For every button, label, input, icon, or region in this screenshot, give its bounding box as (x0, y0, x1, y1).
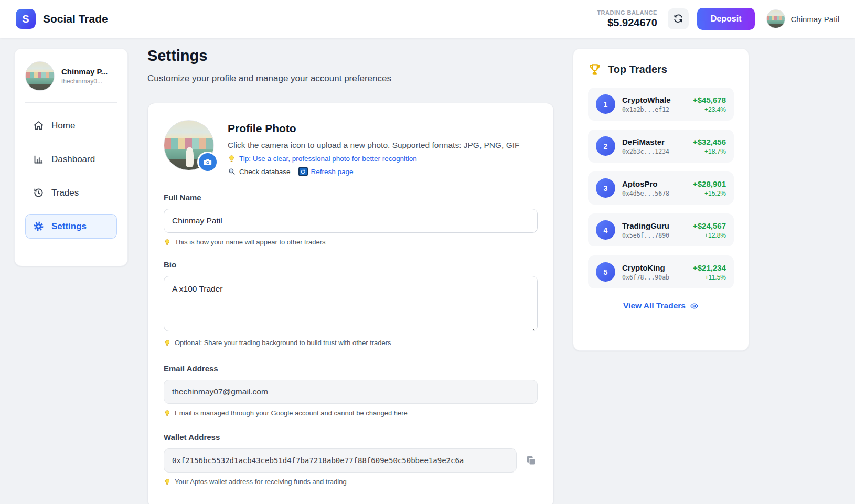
refresh-page-icon (298, 167, 308, 176)
app-title: Social Trade (43, 13, 108, 25)
header-user-name: Chinmay Patil (790, 15, 839, 24)
trader-row-2[interactable]: 2 DeFiMaster 0x2b3c...1234 +$32,456 +18.… (588, 130, 734, 163)
avatar (766, 9, 785, 28)
rank-badge: 5 (596, 262, 615, 282)
check-database-label: Check database (239, 168, 291, 176)
page-subtitle: Customize your profile and manage your a… (147, 73, 554, 84)
brand: S Social Trade (16, 9, 108, 29)
trader-percent: +12.8% (693, 232, 726, 239)
sidebar-profile: Chinmay P... thechinmay0... (25, 61, 117, 91)
trader-row-1[interactable]: 1 CryptoWhale 0x1a2b...ef12 +$45,678 +23… (588, 88, 734, 121)
home-icon (33, 120, 44, 131)
header-user[interactable]: Chinmay Patil (766, 9, 839, 28)
full-name-label: Full Name (164, 193, 538, 202)
trader-name: AptosPro (622, 179, 686, 188)
refresh-page-link[interactable]: Refresh page (298, 167, 354, 176)
profile-photo-tip: Tip: Use a clear, professional photo for… (239, 155, 417, 163)
wallet-address-input (164, 448, 517, 473)
trader-profit: +$32,456 (693, 137, 726, 146)
email-label: Email Address (164, 364, 538, 373)
trader-profit: +$21,234 (693, 263, 726, 272)
trading-balance-label: TRADING BALANCE (597, 9, 657, 16)
trophy-icon (588, 62, 602, 76)
trader-address: 0x6f78...90ab (622, 274, 686, 281)
trader-name: DeFiMaster (622, 137, 686, 146)
sidebar-item-label: Settings (51, 221, 87, 232)
wallet-label: Wallet Address (164, 433, 538, 442)
refresh-balance-button[interactable] (668, 8, 689, 29)
lightbulb-icon (228, 155, 236, 163)
app-logo: S (16, 9, 36, 29)
sidebar: Chinmay P... thechinmay0... Home Dashboa… (14, 48, 128, 266)
lightbulb-icon (164, 239, 171, 246)
trader-address: 0x2b3c...1234 (622, 148, 686, 155)
trader-row-3[interactable]: 3 AptosPro 0x4d5e...5678 +$28,901 +15.2% (588, 171, 734, 205)
sidebar-item-settings[interactable]: Settings (25, 214, 117, 239)
trader-address: 0x5e6f...7890 (622, 232, 686, 239)
refresh-page-label: Refresh page (311, 168, 354, 176)
bio-textarea[interactable]: A x100 Trader (164, 276, 538, 331)
sidebar-item-trades[interactable]: Trades (25, 180, 117, 205)
refresh-icon (673, 14, 683, 24)
settings-gear-icon (33, 221, 44, 232)
profile-photo-heading: Profile Photo (228, 122, 520, 135)
trader-percent: +18.7% (693, 148, 726, 155)
top-traders-title: Top Traders (608, 63, 667, 76)
sidebar-item-label: Home (51, 121, 75, 131)
email-hint: Email is managed through your Google acc… (175, 409, 408, 417)
sidebar-item-home[interactable]: Home (25, 113, 117, 138)
trader-profit: +$45,678 (693, 95, 726, 104)
sidebar-item-label: Dashboard (51, 154, 95, 165)
copy-wallet-button[interactable] (524, 454, 538, 467)
view-all-traders-label: View All Traders (623, 301, 686, 310)
avatar (25, 61, 55, 91)
rank-badge: 2 (596, 136, 615, 156)
trader-address: 0x4d5e...5678 (622, 190, 686, 197)
sidebar-item-dashboard[interactable]: Dashboard (25, 147, 117, 171)
sidebar-divider (25, 102, 117, 103)
bio-hint: Optional: Share your trading background … (175, 339, 391, 347)
trader-profit: +$24,567 (693, 221, 726, 230)
view-all-traders-link[interactable]: View All Traders (588, 301, 734, 310)
settings-card: Profile Photo Click the camera icon to u… (147, 103, 554, 504)
bio-label: Bio (164, 260, 538, 269)
rank-badge: 4 (596, 220, 615, 240)
trader-name: CryptoKing (622, 263, 686, 272)
lightbulb-icon (164, 478, 171, 486)
rank-badge: 1 (596, 94, 615, 114)
dashboard-icon (33, 154, 44, 165)
copy-icon (525, 455, 537, 466)
search-icon (228, 167, 236, 176)
trading-balance-value: $5.924670 (597, 17, 657, 29)
trader-percent: +23.4% (693, 106, 726, 113)
check-database-link[interactable]: Check database (228, 167, 291, 176)
trader-percent: +15.2% (693, 190, 726, 197)
camera-icon (202, 157, 213, 167)
trader-name: TradingGuru (622, 221, 686, 230)
trader-percent: +11.5% (693, 274, 726, 281)
trader-name: CryptoWhale (622, 95, 686, 104)
trader-row-5[interactable]: 5 CryptoKing 0x6f78...90ab +$21,234 +11.… (588, 255, 734, 288)
deposit-button[interactable]: Deposit (697, 8, 755, 30)
upload-photo-camera-button[interactable] (197, 152, 218, 173)
full-name-hint: This is how your name will appear to oth… (175, 238, 326, 246)
email-input (164, 380, 538, 404)
trader-address: 0x1a2b...ef12 (622, 106, 686, 113)
sidebar-profile-name: Chinmay P... (61, 67, 108, 76)
sidebar-item-label: Trades (51, 188, 79, 198)
top-header: S Social Trade TRADING BALANCE $5.924670… (0, 0, 855, 38)
lightbulb-icon (164, 339, 171, 347)
top-traders-panel: Top Traders 1 CryptoWhale 0x1a2b...ef12 … (573, 48, 749, 351)
lightbulb-icon (164, 410, 171, 417)
trader-profit: +$28,901 (693, 179, 726, 188)
wallet-hint: Your Aptos wallet address for receiving … (175, 478, 347, 486)
main-content: Settings Customize your profile and mana… (147, 47, 554, 504)
sidebar-profile-handle: thechinmay0... (61, 78, 108, 85)
profile-photo-description: Click the camera icon to upload a new ph… (228, 141, 520, 150)
trading-balance: TRADING BALANCE $5.924670 (597, 9, 657, 29)
page-title: Settings (147, 47, 554, 65)
trades-history-icon (33, 187, 44, 198)
trader-row-4[interactable]: 4 TradingGuru 0x5e6f...7890 +$24,567 +12… (588, 213, 734, 246)
rank-badge: 3 (596, 178, 615, 198)
full-name-input[interactable] (164, 209, 538, 233)
